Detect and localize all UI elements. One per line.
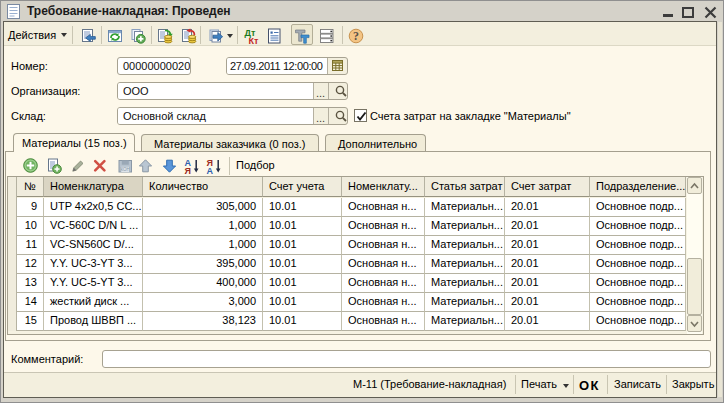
- svg-text:Я: Я: [185, 166, 191, 175]
- svg-text:А: А: [207, 166, 214, 175]
- svg-text:Кт: Кт: [249, 36, 259, 44]
- svg-text:?: ?: [353, 29, 359, 43]
- svg-text:КОН: КОН: [121, 167, 130, 172]
